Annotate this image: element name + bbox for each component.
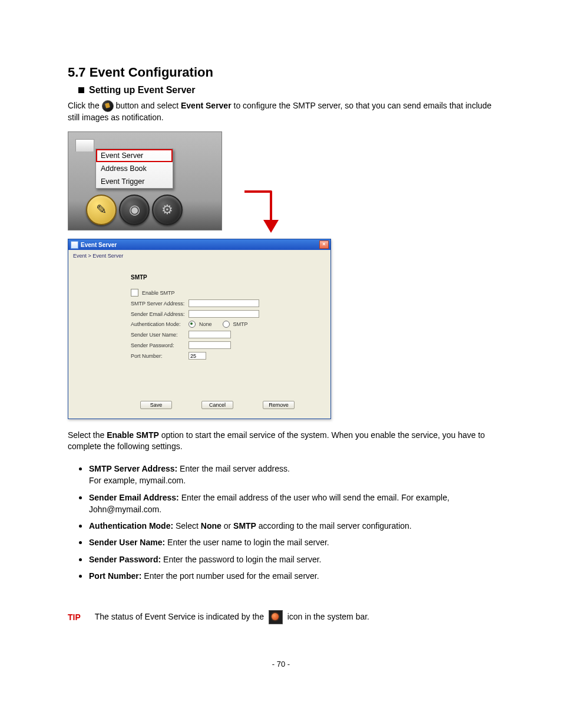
app-icon <box>71 241 78 249</box>
edit-button-icon[interactable]: ✎ <box>86 195 117 225</box>
edit-icon <box>102 100 114 112</box>
tip-label: TIP <box>68 612 81 622</box>
list-extra: For example, mymail.com. <box>89 476 186 485</box>
smtp-heading: SMTP <box>131 274 327 281</box>
list-term: Sender Email Address: <box>89 493 179 502</box>
list-item: Port Number: Enter the port number used … <box>89 568 494 582</box>
section-title: 5.7 Event Configuration <box>68 65 494 80</box>
list-desc: Enter the port number used for the email… <box>141 571 319 581</box>
intro-menu-name: Event Server <box>181 101 232 110</box>
list-term: Sender User Name: <box>89 538 165 547</box>
subsection-title: Setting up Event Server <box>89 85 196 95</box>
red-arrow-icon <box>239 187 292 252</box>
list-item: Sender User Name: Enter the user name to… <box>89 534 494 548</box>
list-term: Authentication Mode: <box>89 521 173 531</box>
tip-row: TIP The status of Event Service is indic… <box>68 610 494 624</box>
list-desc: Enter the user name to login the mail se… <box>165 538 329 547</box>
list-item: Sender Password: Enter the password to l… <box>89 551 494 565</box>
gear-icon: ⚙ <box>161 202 173 218</box>
remove-button[interactable]: Remove <box>263 401 295 409</box>
auth-smtp-radio[interactable] <box>223 321 230 328</box>
breadcrumb: Event > Event Server <box>72 252 327 274</box>
intro-text: button and select <box>115 101 181 110</box>
sender-email-input[interactable] <box>189 310 259 318</box>
auth-mode-label: Authentication Mode: <box>131 321 185 327</box>
list-desc: or <box>222 521 233 531</box>
tip-text: The status of Event Service is indicated… <box>95 610 369 624</box>
square-bullet-icon <box>78 87 84 93</box>
event-server-dialog: Event Server × Event > Event Server SMTP… <box>68 239 331 419</box>
menu-item-event-server[interactable]: Event Server <box>96 149 173 162</box>
sender-password-label: Sender Password: <box>131 342 185 348</box>
enable-smtp-checkbox[interactable] <box>131 289 138 297</box>
camera-icon: ◉ <box>129 202 140 218</box>
settings-list: SMTP Server Address: Enter the mail serv… <box>76 460 494 582</box>
port-number-label: Port Number: <box>131 353 185 359</box>
list-bold: None <box>201 521 222 531</box>
list-term: Sender Password: <box>89 555 161 564</box>
auth-smtp-label: SMTP <box>233 321 248 327</box>
close-button[interactable]: × <box>319 241 329 249</box>
sender-email-label: Sender Email Address: <box>131 311 185 317</box>
sender-password-input[interactable] <box>189 341 231 349</box>
settings-button-icon[interactable]: ⚙ <box>152 195 183 225</box>
smtp-server-address-label: SMTP Server Address: <box>131 301 185 307</box>
menu-item-event-trigger[interactable]: Event Trigger <box>96 175 173 188</box>
list-item: Authentication Mode: Select None or SMTP… <box>89 518 494 532</box>
post-dialog-paragraph: Select the Enable SMTP option to start t… <box>68 430 494 452</box>
intro-paragraph: Click the button and select Event Server… <box>68 100 494 123</box>
list-desc: Select <box>173 521 201 531</box>
sender-user-input[interactable] <box>189 331 231 338</box>
list-bold: SMTP <box>233 521 256 531</box>
text-bold: Enable SMTP <box>107 430 159 440</box>
cancel-button[interactable]: Cancel <box>201 401 233 409</box>
context-menu-figure: Event Server Address Book Event Trigger … <box>68 131 222 230</box>
list-desc: Enter the password to login the mail ser… <box>161 555 321 564</box>
intro-text: Click the <box>68 101 102 110</box>
camera-button-icon[interactable]: ◉ <box>119 195 150 225</box>
text: icon in the system bar. <box>287 612 369 621</box>
status-gear-icon <box>269 610 283 624</box>
sender-user-label: Sender User Name: <box>131 332 185 338</box>
context-menu: Event Server Address Book Event Trigger <box>95 149 173 189</box>
list-term: Port Number: <box>89 571 141 581</box>
auth-none-radio[interactable] <box>189 321 196 328</box>
text: Select the <box>68 430 107 440</box>
smtp-server-address-input[interactable] <box>189 299 259 307</box>
list-term: SMTP Server Address: <box>89 464 177 473</box>
menu-item-address-book[interactable]: Address Book <box>96 162 173 175</box>
list-desc: Enter the mail server address. <box>177 464 290 473</box>
list-item: Sender Email Address: Enter the email ad… <box>89 489 494 516</box>
text: The status of Event Service is indicated… <box>95 612 266 621</box>
enable-smtp-label: Enable SMTP <box>142 290 175 296</box>
list-item: SMTP Server Address: Enter the mail serv… <box>89 460 494 487</box>
port-number-input[interactable] <box>189 352 206 360</box>
auth-none-label: None <box>199 321 212 327</box>
dialog-title: Event Server <box>81 242 117 248</box>
page-number: - 70 - <box>68 660 494 668</box>
toolbar-tab <box>75 139 94 151</box>
list-desc: according to the mail server configurati… <box>256 521 412 531</box>
pencil-icon: ✎ <box>96 202 107 218</box>
save-button[interactable]: Save <box>140 401 172 409</box>
